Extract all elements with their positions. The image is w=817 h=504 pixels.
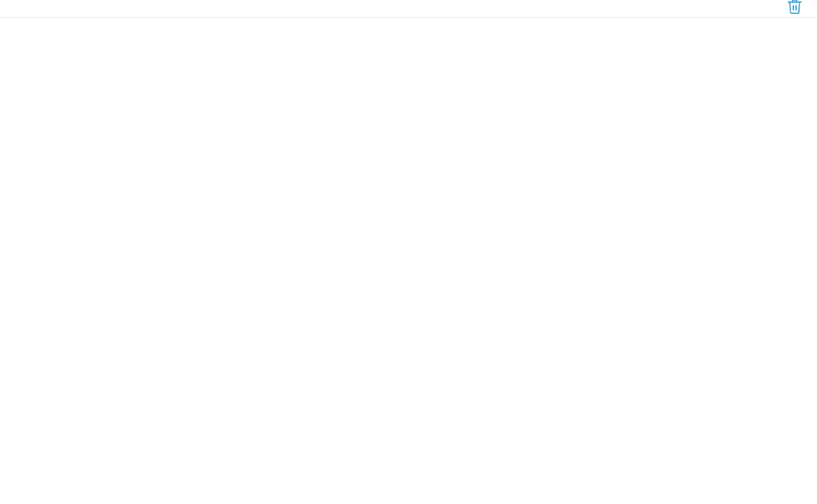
- inventors-grid: [0, 17, 817, 51]
- trash-icon[interactable]: [786, 0, 803, 19]
- page-header: [0, 0, 817, 17]
